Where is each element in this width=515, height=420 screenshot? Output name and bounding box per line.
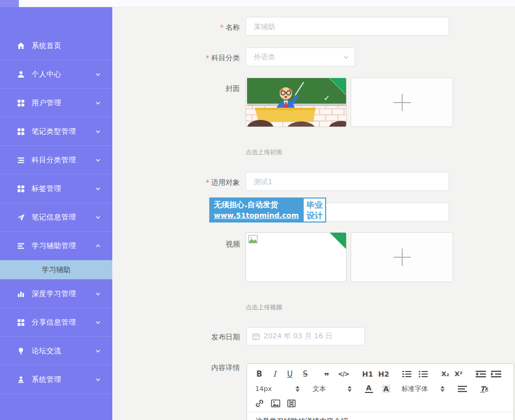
indent-icon[interactable]: [491, 370, 501, 378]
sidebar-item-label: 论坛交流: [32, 347, 95, 356]
font-size-select[interactable]: 14px: [255, 385, 272, 392]
unordered-list-icon[interactable]: [419, 370, 428, 378]
required-asterisk: *: [220, 23, 224, 31]
sidebar-item-label: 分享信息管理: [32, 318, 95, 327]
grid-icon: [17, 99, 25, 107]
content-field-label: 内容详情: [163, 362, 240, 373]
link-icon[interactable]: [255, 399, 264, 408]
chevron-down-icon: [95, 377, 101, 383]
chevron-down-icon: [95, 186, 101, 192]
subject-field-label: *科目分类: [163, 53, 240, 63]
sidebar-item-label: 标签管理: [32, 184, 95, 193]
bold-button[interactable]: B: [255, 369, 263, 379]
sidebar-item-home[interactable]: 系统首页: [0, 32, 112, 60]
top-bar: [0, 0, 515, 7]
sidebar-item-label: 笔记类型管理: [32, 127, 95, 136]
sidebar-item-label: 系统管理: [32, 375, 95, 384]
subscript-button[interactable]: X₂: [441, 370, 449, 378]
outdent-icon[interactable]: [476, 370, 486, 378]
watermark-banner[interactable]: 无须担心.自动发货 www.51topmind.com 毕业 设计: [209, 197, 326, 223]
top-bar-accent: [0, 0, 19, 7]
sidebar-item-profile[interactable]: 个人中心: [0, 60, 112, 89]
sidebar-item-note-types[interactable]: 笔记类型管理: [0, 117, 112, 146]
format-select[interactable]: 文本: [313, 384, 326, 393]
font-color-button[interactable]: A: [365, 384, 373, 393]
bulb-icon: [17, 347, 25, 355]
italic-button[interactable]: I: [271, 369, 279, 379]
sidebar-item-label: 个人中心: [32, 70, 95, 79]
stepper-icon[interactable]: [440, 386, 445, 392]
grid-icon: [17, 128, 25, 136]
plus-icon: [394, 249, 411, 266]
publish-date-value: 2024 年 03 月 16 日: [263, 332, 333, 341]
toolbar-row-1: B I U S ❞ </> H1 H2 X₂ X²: [255, 367, 506, 380]
highlight-color-button[interactable]: A: [382, 385, 390, 393]
sidebar-item-users[interactable]: 用户管理: [0, 89, 112, 117]
sidebar-item-label: 科目分类管理: [32, 156, 95, 165]
code-button[interactable]: </>: [338, 370, 349, 378]
line-height-icon[interactable]: [458, 385, 467, 392]
video-upload-button[interactable]: [351, 232, 453, 282]
sidebar-item-tags[interactable]: 标签管理: [0, 175, 112, 203]
video-thumbnail[interactable]: [246, 232, 347, 282]
publish-date-field-label: 发布日期: [163, 332, 240, 342]
send-icon: [17, 213, 25, 221]
sidebar-item-label: 学习辅助管理: [32, 241, 95, 251]
menu-icon: [17, 242, 25, 250]
strikethrough-button[interactable]: S: [301, 369, 309, 379]
watermark-blue-box: 无须担心.自动发货 www.51topmind.com: [209, 197, 303, 223]
cover-upload-hint: 点击上传封面: [246, 148, 282, 157]
sidebar-item-share-info[interactable]: 分享信息管理: [0, 308, 112, 337]
chevron-up-icon: [95, 243, 101, 249]
chevron-down-icon: [95, 157, 101, 163]
sidebar-item-subject-categories[interactable]: 科目分类管理: [0, 146, 112, 175]
cover-upload-button[interactable]: [351, 78, 453, 127]
clear-format-button[interactable]: Tx: [480, 385, 488, 393]
rich-text-editor: B I U S ❞ </> H1 H2 X₂ X²: [247, 363, 514, 420]
sidebar-item-study-aid-mgmt[interactable]: 学习辅助管理: [0, 232, 112, 260]
superscript-button[interactable]: X²: [454, 370, 462, 378]
watermark-slogan: 无须担心.自动发货: [214, 200, 299, 210]
video-icon[interactable]: [287, 400, 296, 407]
home-icon: [17, 42, 25, 50]
blockquote-button[interactable]: ❞: [323, 369, 331, 379]
underline-button[interactable]: U: [286, 369, 294, 379]
chart-icon: [17, 290, 25, 298]
ordered-list-icon[interactable]: [402, 370, 411, 378]
video-field-label: 视频: [163, 239, 240, 249]
target-field-label: *适用对象: [163, 177, 240, 187]
font-family-select[interactable]: 标准字体: [402, 384, 428, 393]
sidebar-item-label: 用户管理: [32, 98, 95, 108]
stepper-icon[interactable]: [348, 386, 352, 392]
editor-content[interactable]: 这是学习辅助的详情内容介绍: [247, 412, 513, 420]
watermark-badge: 毕业 设计: [303, 197, 326, 223]
video-upload-hint: 点击上传视频: [246, 303, 282, 312]
list-icon: [17, 156, 25, 164]
person-icon: [17, 376, 25, 384]
user-icon: [17, 70, 25, 79]
check-icon: ✓: [324, 93, 330, 103]
chevron-down-icon: [95, 129, 101, 135]
cover-field-label: 封面: [163, 83, 240, 93]
chevron-down-icon: [95, 214, 101, 220]
sidebar-item-deep-learning[interactable]: 深度学习管理: [0, 280, 112, 308]
image-icon[interactable]: [271, 400, 280, 407]
sidebar-subitem-study-aid[interactable]: 学习辅助: [0, 260, 112, 280]
broken-image-icon: [248, 235, 258, 245]
sidebar-item-forum[interactable]: 论坛交流: [0, 337, 112, 365]
name-input[interactable]: [246, 17, 449, 36]
heading2-button[interactable]: H2: [378, 370, 389, 378]
chevron-down-icon: [95, 348, 101, 354]
sidebar-item-note-info[interactable]: 笔记信息管理: [0, 203, 112, 232]
publish-date-picker[interactable]: 2024 年 03 月 16 日: [247, 327, 365, 345]
target-input[interactable]: [246, 172, 449, 191]
sidebar-item-system[interactable]: 系统管理: [0, 365, 112, 394]
heading1-button[interactable]: H1: [362, 370, 373, 378]
chevron-down-icon: [95, 71, 101, 78]
stepper-icon[interactable]: [296, 386, 300, 392]
sidebar-nav: 系统首页 个人中心 用户管理: [0, 7, 112, 394]
required-asterisk: *: [206, 178, 209, 186]
cover-thumbnail[interactable]: ✓: [246, 78, 347, 127]
watermark-url: www.51topmind.com: [214, 210, 299, 220]
subject-select[interactable]: 外语类: [246, 47, 355, 66]
